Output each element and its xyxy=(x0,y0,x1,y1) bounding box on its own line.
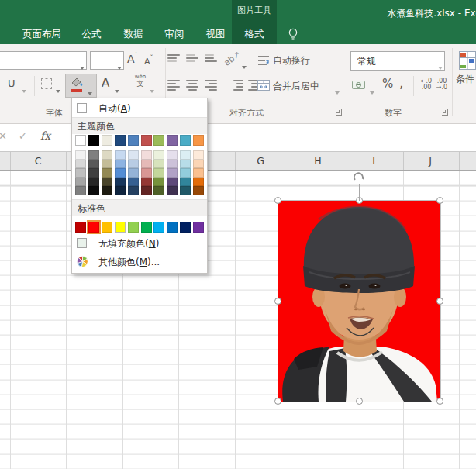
tab-page-layout[interactable]: 页面布局 xyxy=(17,26,67,44)
theme-tint-swatch[interactable] xyxy=(167,150,178,160)
theme-tint-swatch[interactable] xyxy=(167,168,178,178)
phonetic-guide-button[interactable]: wén 文 xyxy=(133,74,148,88)
orientation-dropdown-arrow[interactable] xyxy=(242,57,247,72)
theme-tint-swatch[interactable] xyxy=(153,150,164,160)
theme-tint-swatch[interactable] xyxy=(75,168,86,178)
number-dialog-launcher[interactable] xyxy=(442,109,448,116)
theme-tint-swatch[interactable] xyxy=(141,168,152,178)
wrap-text-button[interactable]: 自动换行 xyxy=(273,54,310,67)
picture-handle-middle-left[interactable] xyxy=(274,298,281,305)
shrink-font-button[interactable]: Aˇ xyxy=(144,55,153,67)
standard-color-swatch[interactable] xyxy=(88,222,99,233)
theme-tint-swatch[interactable] xyxy=(88,168,99,178)
standard-color-swatch[interactable] xyxy=(102,222,112,233)
theme-tint-swatch[interactable] xyxy=(128,178,139,187)
theme-tint-swatch[interactable] xyxy=(180,186,191,195)
theme-color-swatch[interactable] xyxy=(102,135,112,146)
theme-tint-swatch[interactable] xyxy=(167,186,178,195)
theme-tint-swatch[interactable] xyxy=(88,160,99,169)
picture-handle-bottom-center[interactable] xyxy=(356,398,363,405)
fill-color-button[interactable] xyxy=(65,74,97,98)
rotate-handle-icon[interactable] xyxy=(352,171,366,188)
theme-tint-swatch[interactable] xyxy=(167,160,178,169)
theme-tint-swatch[interactable] xyxy=(88,150,99,160)
orientation-icon[interactable]: ab↗ xyxy=(222,49,242,67)
standard-color-swatch[interactable] xyxy=(153,222,164,233)
standard-color-swatch[interactable] xyxy=(167,222,178,233)
theme-tint-swatch[interactable] xyxy=(193,150,204,160)
conditional-formatting-button[interactable]: 条件 xyxy=(456,73,474,86)
accounting-dropdown-arrow[interactable] xyxy=(370,83,374,98)
theme-tint-swatch[interactable] xyxy=(141,186,152,195)
comma-style-button[interactable]: , xyxy=(399,75,403,91)
picture-handle-top-left[interactable] xyxy=(274,197,281,204)
align-center-icon[interactable] xyxy=(186,80,198,92)
borders-icon[interactable] xyxy=(41,78,52,89)
theme-color-swatch[interactable] xyxy=(128,135,139,146)
theme-tint-swatch[interactable] xyxy=(75,186,86,195)
decrease-indent-icon[interactable] xyxy=(233,80,243,92)
tab-format[interactable]: 格式 xyxy=(232,26,277,44)
tab-formulas[interactable]: 公式 xyxy=(76,26,107,44)
insert-function-icon[interactable]: fx xyxy=(40,129,50,142)
theme-tint-swatch[interactable] xyxy=(75,150,86,160)
theme-color-swatch[interactable] xyxy=(88,135,99,146)
top-align-icon[interactable] xyxy=(167,54,180,64)
percent-style-button[interactable]: % xyxy=(382,77,393,91)
theme-tint-swatch[interactable] xyxy=(167,178,178,187)
middle-align-icon[interactable] xyxy=(186,54,198,64)
theme-color-swatch[interactable] xyxy=(167,135,178,146)
theme-tint-swatch[interactable] xyxy=(75,160,86,169)
tab-view[interactable]: 视图 xyxy=(200,26,231,44)
theme-color-swatch[interactable] xyxy=(141,135,152,146)
font-name-combo[interactable] xyxy=(0,51,87,70)
theme-tint-swatch[interactable] xyxy=(128,186,139,195)
theme-tint-swatch[interactable] xyxy=(141,150,152,160)
standard-color-swatch[interactable] xyxy=(115,222,126,233)
font-color-dropdown-arrow[interactable] xyxy=(115,81,119,96)
theme-tint-swatch[interactable] xyxy=(88,186,99,195)
theme-tint-swatch[interactable] xyxy=(102,178,112,187)
picture-handle-bottom-right[interactable] xyxy=(436,398,443,405)
underline-button[interactable]: U xyxy=(8,78,16,89)
theme-tint-swatch[interactable] xyxy=(193,186,204,195)
theme-color-swatch[interactable] xyxy=(115,135,126,146)
theme-tint-swatch[interactable] xyxy=(180,168,191,178)
theme-tint-swatch[interactable] xyxy=(141,160,152,169)
number-format-combo[interactable]: 常规 xyxy=(350,51,445,71)
theme-tint-swatch[interactable] xyxy=(88,178,99,187)
theme-tint-swatch[interactable] xyxy=(193,160,204,169)
theme-tint-swatch[interactable] xyxy=(180,178,191,187)
theme-tint-swatch[interactable] xyxy=(115,168,126,178)
merge-center-dropdown-arrow[interactable] xyxy=(335,83,340,98)
theme-color-swatch[interactable] xyxy=(153,135,164,146)
accounting-format-icon[interactable] xyxy=(352,79,365,94)
theme-tint-swatch[interactable] xyxy=(153,178,164,187)
theme-tint-swatch[interactable] xyxy=(102,150,112,160)
standard-color-swatch[interactable] xyxy=(180,222,191,233)
theme-color-swatch[interactable] xyxy=(193,135,204,146)
theme-tint-swatch[interactable] xyxy=(115,186,126,195)
theme-color-swatch[interactable] xyxy=(180,135,191,146)
merge-center-button[interactable]: 合并后居中 xyxy=(273,80,319,93)
theme-tint-swatch[interactable] xyxy=(180,160,191,169)
standard-color-swatch[interactable] xyxy=(141,222,152,233)
decrease-decimal-button[interactable]: .00→.0 xyxy=(435,78,449,91)
theme-tint-swatch[interactable] xyxy=(153,168,164,178)
theme-tint-swatch[interactable] xyxy=(115,160,126,169)
theme-tint-swatch[interactable] xyxy=(180,150,191,160)
theme-tint-swatch[interactable] xyxy=(141,178,152,187)
fill-color-dropdown-arrow[interactable] xyxy=(88,84,92,98)
theme-tint-swatch[interactable] xyxy=(193,168,204,178)
font-size-combo[interactable] xyxy=(90,51,124,70)
theme-tint-swatch[interactable] xyxy=(102,186,112,195)
theme-tint-swatch[interactable] xyxy=(193,178,204,187)
picture-handle-bottom-left[interactable] xyxy=(274,398,281,405)
grow-font-button[interactable]: Aˆ xyxy=(127,53,138,65)
underline-dropdown-arrow[interactable] xyxy=(22,81,26,96)
align-right-icon[interactable] xyxy=(205,80,217,92)
tell-me-bulb-icon[interactable] xyxy=(287,27,299,44)
selected-picture[interactable] xyxy=(278,201,440,402)
bottom-align-icon[interactable] xyxy=(205,54,217,64)
picture-handle-middle-right[interactable] xyxy=(436,298,443,305)
